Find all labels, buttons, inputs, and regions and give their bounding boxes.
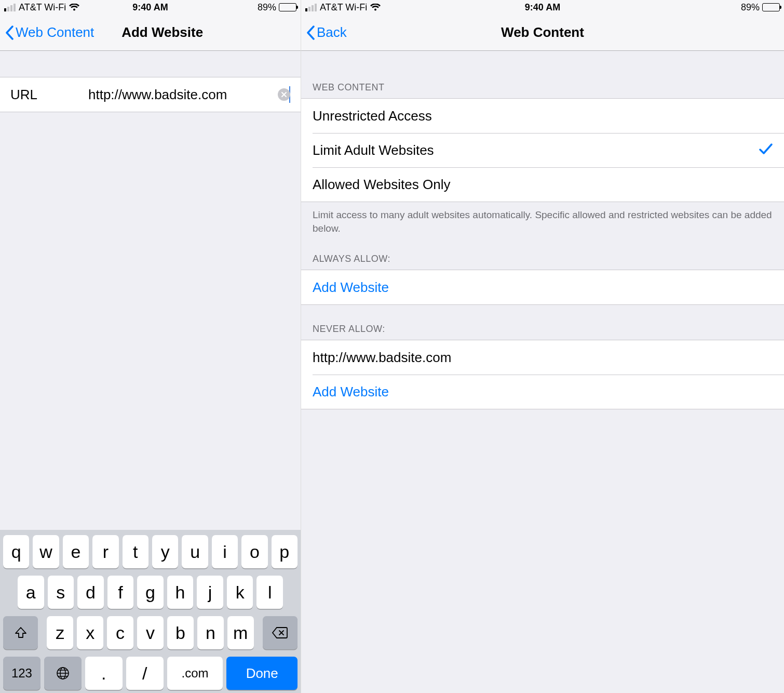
x-icon [281,91,287,98]
key-o[interactable]: o [241,535,267,568]
never-allow-group: http://www.badsite.com Add Website [301,340,784,409]
status-time: 9:40 AM [525,2,560,13]
nav-bar: Back Web Content [301,15,784,51]
carrier-label: AT&T Wi-Fi [320,2,367,13]
back-label: Back [317,24,347,41]
key-h[interactable]: h [167,576,194,609]
status-right: 89% [258,2,296,13]
key-period[interactable]: . [85,657,123,690]
battery-icon [762,3,780,11]
signal-bars-icon [4,4,16,11]
section-header-always-allow: Always Allow: [301,235,784,270]
back-button[interactable]: Web Content [5,24,94,41]
key-p[interactable]: p [272,535,298,568]
status-time: 9:40 AM [132,2,168,13]
key-d[interactable]: d [77,576,104,609]
option-unrestricted[interactable]: Unrestricted Access [301,99,784,133]
chevron-left-icon [5,25,13,40]
key-f[interactable]: f [107,576,134,609]
add-website-never[interactable]: Add Website [301,375,784,409]
key-m[interactable]: m [227,616,254,649]
key-k[interactable]: k [227,576,253,609]
section-header-web-content: Web Content [301,51,784,98]
key-a[interactable]: a [18,576,44,609]
key-dotcom[interactable]: .com [167,657,223,690]
key-c[interactable]: c [107,616,133,649]
option-allowed-only[interactable]: Allowed Websites Only [301,167,784,202]
section-footer: Limit access to many adult websites auto… [301,202,784,235]
screen-web-content: AT&T Wi-Fi 9:40 AM 89% Back Web Content … [301,0,784,693]
key-done[interactable]: Done [226,657,298,690]
url-input-wrap[interactable]: http://www.badsite.com [88,86,290,103]
key-r[interactable]: r [92,535,118,568]
status-right: 89% [741,2,780,13]
key-123[interactable]: 123 [3,657,40,690]
option-label: Unrestricted Access [313,108,432,124]
keyboard: q w e r t y u i o p a s d f g h j k l [0,530,301,693]
battery-percent: 89% [741,2,760,13]
key-x[interactable]: x [77,616,103,649]
status-left: AT&T Wi-Fi [305,2,381,13]
key-delete[interactable] [263,616,298,649]
url-input[interactable]: http://www.badsite.com [88,87,290,103]
wifi-icon [69,4,79,11]
key-e[interactable]: e [63,535,89,568]
key-w[interactable]: w [33,535,59,568]
key-t[interactable]: t [123,535,148,568]
key-s[interactable]: s [48,576,74,609]
wifi-icon [370,4,381,11]
key-i[interactable]: i [212,535,238,568]
cell-label: http://www.badsite.com [313,350,451,366]
battery-icon [279,3,296,11]
globe-icon [56,666,70,681]
page-title: Add Website [121,24,203,41]
option-label: Limit Adult Websites [313,142,434,158]
key-b[interactable]: b [167,616,194,649]
kb-row4: 123 . / .com Done [3,657,298,690]
key-shift[interactable] [3,616,38,649]
cell-label: Add Website [313,384,389,400]
status-bar: AT&T Wi-Fi 9:40 AM 89% [301,0,784,15]
screen-add-website: AT&T Wi-Fi 9:40 AM 89% Web Content Add W… [0,0,301,693]
clear-input-button[interactable] [278,88,290,101]
backspace-icon [272,627,288,639]
url-field-label: URL [10,87,88,103]
option-label: Allowed Websites Only [313,177,450,193]
battery-percent: 89% [258,2,276,13]
url-input-row: URL http://www.badsite.com [0,77,301,112]
key-slash[interactable]: / [126,657,164,690]
option-limit-adult[interactable]: Limit Adult Websites [301,133,784,167]
key-g[interactable]: g [137,576,164,609]
kb-row2: a s d f g h j k l [3,576,298,609]
key-n[interactable]: n [197,616,224,649]
key-y[interactable]: y [152,535,178,568]
section-header-never-allow: Never Allow: [301,305,784,340]
back-button[interactable]: Back [306,24,347,41]
web-content-options: Unrestricted Access Limit Adult Websites… [301,98,784,202]
chevron-left-icon [306,25,315,40]
signal-bars-icon [305,4,317,11]
carrier-label: AT&T Wi-Fi [19,2,66,13]
nav-bar: Web Content Add Website [0,15,301,51]
key-globe[interactable] [44,657,82,690]
kb-row3: z x c v b n m [3,616,298,649]
always-allow-group: Add Website [301,270,784,305]
key-z[interactable]: z [47,616,73,649]
kb-row1: q w e r t y u i o p [3,535,298,568]
key-u[interactable]: u [182,535,208,568]
add-website-always[interactable]: Add Website [301,270,784,304]
status-left: AT&T Wi-Fi [4,2,79,13]
key-q[interactable]: q [3,535,29,568]
key-j[interactable]: j [197,576,223,609]
page-title: Web Content [501,24,584,41]
key-v[interactable]: v [137,616,164,649]
never-allow-item[interactable]: http://www.badsite.com [301,340,784,375]
cell-label: Add Website [313,279,389,296]
shift-icon [14,626,28,639]
status-bar: AT&T Wi-Fi 9:40 AM 89% [0,0,301,15]
back-label: Web Content [16,24,94,41]
key-l[interactable]: l [256,576,283,609]
checkmark-icon [759,142,773,158]
